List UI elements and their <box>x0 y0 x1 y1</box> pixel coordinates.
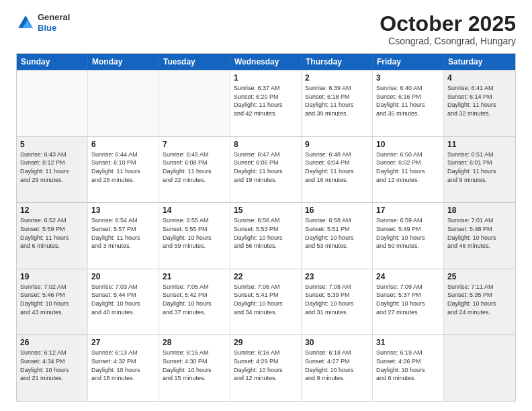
logo-blue: Blue <box>38 23 70 34</box>
calendar-day-19: 19Sunrise: 7:02 AM Sunset: 5:46 PM Dayli… <box>17 269 88 335</box>
day-info: Sunrise: 6:41 AM Sunset: 6:14 PM Dayligh… <box>447 84 512 118</box>
day-info: Sunrise: 7:09 AM Sunset: 5:37 PM Dayligh… <box>376 283 440 316</box>
day-info: Sunrise: 6:12 AM Sunset: 4:34 PM Dayligh… <box>20 349 84 382</box>
calendar-day-empty <box>444 335 515 401</box>
calendar-week-1: 1Sunrise: 6:37 AM Sunset: 6:20 PM Daylig… <box>17 70 515 136</box>
calendar-day-25: 25Sunrise: 7:11 AM Sunset: 5:35 PM Dayli… <box>444 269 515 335</box>
day-number: 15 <box>234 205 298 215</box>
day-header-wednesday: Wednesday <box>230 54 302 70</box>
calendar-week-2: 5Sunrise: 6:43 AM Sunset: 6:12 PM Daylig… <box>17 136 515 203</box>
calendar-day-13: 13Sunrise: 6:54 AM Sunset: 5:57 PM Dayli… <box>88 203 159 269</box>
day-info: Sunrise: 6:50 AM Sunset: 6:02 PM Dayligh… <box>376 150 440 184</box>
calendar-day-4: 4Sunrise: 6:41 AM Sunset: 6:14 PM Daylig… <box>444 71 515 136</box>
day-info: Sunrise: 6:52 AM Sunset: 5:59 PM Dayligh… <box>20 216 84 250</box>
day-header-sunday: Sunday <box>17 54 88 70</box>
calendar-day-3: 3Sunrise: 6:40 AM Sunset: 6:16 PM Daylig… <box>373 71 444 136</box>
day-info: Sunrise: 7:08 AM Sunset: 5:39 PM Dayligh… <box>305 283 369 316</box>
calendar-day-22: 22Sunrise: 7:06 AM Sunset: 5:41 PM Dayli… <box>230 269 302 335</box>
logo-general: General <box>38 12 70 23</box>
location-subtitle: Csongrad, Csongrad, Hungary <box>380 36 516 46</box>
day-info: Sunrise: 7:03 AM Sunset: 5:44 PM Dayligh… <box>91 283 155 316</box>
day-number: 24 <box>376 272 440 281</box>
day-info: Sunrise: 6:18 AM Sunset: 4:27 PM Dayligh… <box>305 349 369 382</box>
day-info: Sunrise: 6:48 AM Sunset: 6:04 PM Dayligh… <box>305 150 369 184</box>
calendar-day-17: 17Sunrise: 6:59 AM Sunset: 5:49 PM Dayli… <box>373 203 444 269</box>
calendar-day-27: 27Sunrise: 6:13 AM Sunset: 4:32 PM Dayli… <box>88 335 159 401</box>
calendar-day-empty <box>159 71 230 136</box>
day-info: Sunrise: 6:44 AM Sunset: 6:10 PM Dayligh… <box>91 150 155 184</box>
calendar-week-3: 12Sunrise: 6:52 AM Sunset: 5:59 PM Dayli… <box>17 202 515 269</box>
day-number: 21 <box>163 272 226 281</box>
calendar-day-7: 7Sunrise: 6:45 AM Sunset: 6:08 PM Daylig… <box>159 137 230 203</box>
header: General Blue October 2025 Csongrad, Cson… <box>16 12 516 46</box>
logo-text: General Blue <box>38 12 70 33</box>
day-number: 7 <box>163 140 226 149</box>
day-number: 2 <box>305 73 369 83</box>
day-number: 25 <box>447 272 512 281</box>
day-number: 29 <box>234 338 298 347</box>
calendar-day-21: 21Sunrise: 7:05 AM Sunset: 5:42 PM Dayli… <box>159 269 230 335</box>
calendar-day-30: 30Sunrise: 6:18 AM Sunset: 4:27 PM Dayli… <box>302 335 373 401</box>
day-header-friday: Friday <box>373 54 444 70</box>
day-info: Sunrise: 6:43 AM Sunset: 6:12 PM Dayligh… <box>20 150 84 184</box>
day-info: Sunrise: 6:56 AM Sunset: 5:53 PM Dayligh… <box>234 216 298 250</box>
day-info: Sunrise: 6:39 AM Sunset: 6:18 PM Dayligh… <box>305 84 369 118</box>
calendar-day-8: 8Sunrise: 6:47 AM Sunset: 6:06 PM Daylig… <box>230 137 302 203</box>
day-number: 26 <box>20 338 84 347</box>
calendar-day-26: 26Sunrise: 6:12 AM Sunset: 4:34 PM Dayli… <box>17 335 88 401</box>
day-info: Sunrise: 7:01 AM Sunset: 5:48 PM Dayligh… <box>447 216 512 250</box>
calendar-day-9: 9Sunrise: 6:48 AM Sunset: 6:04 PM Daylig… <box>302 137 373 203</box>
calendar-day-1: 1Sunrise: 6:37 AM Sunset: 6:20 PM Daylig… <box>230 71 302 136</box>
day-number: 10 <box>376 140 440 149</box>
day-info: Sunrise: 6:15 AM Sunset: 4:30 PM Dayligh… <box>163 349 226 382</box>
page: General Blue October 2025 Csongrad, Cson… <box>0 0 532 411</box>
day-info: Sunrise: 7:05 AM Sunset: 5:42 PM Dayligh… <box>163 283 226 316</box>
day-number: 6 <box>91 140 155 149</box>
day-number: 11 <box>447 140 512 149</box>
calendar-day-14: 14Sunrise: 6:55 AM Sunset: 5:55 PM Dayli… <box>159 203 230 269</box>
calendar-day-5: 5Sunrise: 6:43 AM Sunset: 6:12 PM Daylig… <box>17 137 88 203</box>
day-info: Sunrise: 6:19 AM Sunset: 4:26 PM Dayligh… <box>376 349 440 382</box>
logo-icon <box>16 13 35 32</box>
title-block: October 2025 Csongrad, Csongrad, Hungary <box>380 12 516 46</box>
logo: General Blue <box>16 12 70 33</box>
day-header-tuesday: Tuesday <box>159 54 230 70</box>
day-info: Sunrise: 7:02 AM Sunset: 5:46 PM Dayligh… <box>20 283 84 316</box>
day-number: 5 <box>20 140 84 149</box>
calendar-day-28: 28Sunrise: 6:15 AM Sunset: 4:30 PM Dayli… <box>159 335 230 401</box>
day-number: 30 <box>305 338 369 347</box>
day-info: Sunrise: 6:47 AM Sunset: 6:06 PM Dayligh… <box>234 150 298 184</box>
calendar-day-31: 31Sunrise: 6:19 AM Sunset: 4:26 PM Dayli… <box>373 335 444 401</box>
day-number: 9 <box>305 140 369 149</box>
day-number: 31 <box>376 338 440 347</box>
calendar-day-24: 24Sunrise: 7:09 AM Sunset: 5:37 PM Dayli… <box>373 269 444 335</box>
calendar-body: 1Sunrise: 6:37 AM Sunset: 6:20 PM Daylig… <box>17 70 515 401</box>
calendar-day-10: 10Sunrise: 6:50 AM Sunset: 6:02 PM Dayli… <box>373 137 444 203</box>
calendar-day-6: 6Sunrise: 6:44 AM Sunset: 6:10 PM Daylig… <box>88 137 159 203</box>
day-info: Sunrise: 6:37 AM Sunset: 6:20 PM Dayligh… <box>234 84 298 118</box>
calendar-day-16: 16Sunrise: 6:58 AM Sunset: 5:51 PM Dayli… <box>302 203 373 269</box>
day-number: 19 <box>20 272 84 281</box>
day-number: 4 <box>447 73 512 83</box>
day-info: Sunrise: 6:55 AM Sunset: 5:55 PM Dayligh… <box>163 216 226 250</box>
day-number: 23 <box>305 272 369 281</box>
day-number: 28 <box>163 338 226 347</box>
day-info: Sunrise: 6:40 AM Sunset: 6:16 PM Dayligh… <box>376 84 440 118</box>
calendar-day-12: 12Sunrise: 6:52 AM Sunset: 5:59 PM Dayli… <box>17 203 88 269</box>
day-info: Sunrise: 6:59 AM Sunset: 5:49 PM Dayligh… <box>376 216 440 250</box>
day-number: 3 <box>376 73 440 83</box>
calendar-day-29: 29Sunrise: 6:16 AM Sunset: 4:29 PM Dayli… <box>230 335 302 401</box>
day-header-saturday: Saturday <box>444 54 515 70</box>
day-number: 14 <box>163 205 226 215</box>
calendar-day-empty <box>88 71 159 136</box>
day-info: Sunrise: 6:16 AM Sunset: 4:29 PM Dayligh… <box>234 349 298 382</box>
day-info: Sunrise: 7:11 AM Sunset: 5:35 PM Dayligh… <box>447 283 512 316</box>
day-number: 13 <box>91 205 155 215</box>
day-info: Sunrise: 6:45 AM Sunset: 6:08 PM Dayligh… <box>163 150 226 184</box>
calendar-day-23: 23Sunrise: 7:08 AM Sunset: 5:39 PM Dayli… <box>302 269 373 335</box>
day-number: 1 <box>234 73 298 83</box>
calendar-day-18: 18Sunrise: 7:01 AM Sunset: 5:48 PM Dayli… <box>444 203 515 269</box>
day-number: 17 <box>376 205 440 215</box>
day-info: Sunrise: 6:54 AM Sunset: 5:57 PM Dayligh… <box>91 216 155 250</box>
day-info: Sunrise: 6:51 AM Sunset: 6:01 PM Dayligh… <box>447 150 512 184</box>
